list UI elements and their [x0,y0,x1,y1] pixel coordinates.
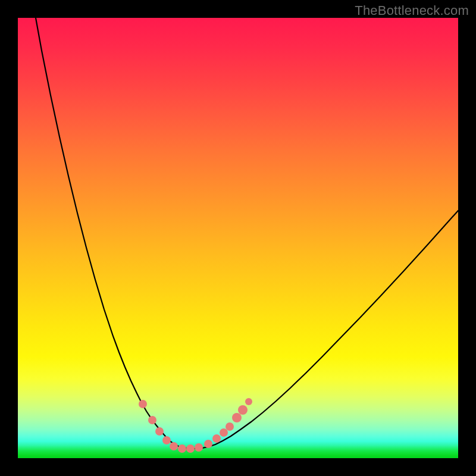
watermark-text: TheBottleneck.com [355,3,469,18]
marker-right-top [245,398,252,405]
marker-right-up2 [232,413,242,422]
marker-bottom-3 [186,444,195,453]
chart-svg [18,18,458,458]
plot-area [18,18,458,458]
marker-left-low2 [162,436,171,444]
marker-left-upper [139,400,147,408]
marker-right-low2 [212,434,221,443]
marker-bottom-4 [195,443,203,452]
curve-group [36,18,458,449]
marker-right-mid [220,428,228,437]
marker-bottom-1 [170,442,178,450]
frame: TheBottleneck.com [0,0,476,476]
marker-right-low1 [204,440,212,448]
marker-left-low1 [155,427,164,436]
marker-bottom-2 [178,444,186,453]
marker-right-up1 [226,422,234,431]
bottleneck-curve [36,18,458,449]
marker-left-mid [148,416,156,424]
marker-right-up3 [238,405,248,415]
